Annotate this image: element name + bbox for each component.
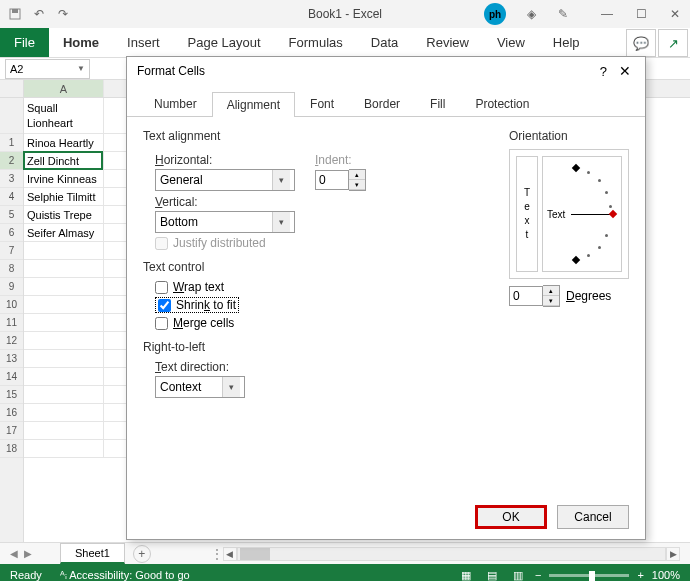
diamond-icon[interactable]: ◈ xyxy=(524,7,538,21)
status-accessibility[interactable]: ᴬᵢ Accessibility: Good to go xyxy=(60,569,190,582)
cell[interactable]: Rinoa Heartly xyxy=(24,134,104,152)
ribbon-tab-pagelayout[interactable]: Page Layout xyxy=(174,28,275,57)
dialog-help-icon[interactable]: ? xyxy=(592,64,615,79)
spin-down-icon[interactable]: ▾ xyxy=(349,180,365,190)
close-window-icon[interactable]: ✕ xyxy=(668,7,682,21)
ribbon-tab-data[interactable]: Data xyxy=(357,28,412,57)
dialog-close-icon[interactable]: ✕ xyxy=(615,63,635,79)
row-header[interactable]: 6 xyxy=(0,224,23,242)
row-header[interactable]: 5 xyxy=(0,206,23,224)
row-header[interactable]: 3 xyxy=(0,170,23,188)
cell[interactable]: Seifer Almasy xyxy=(24,224,104,242)
add-sheet-button[interactable]: + xyxy=(133,545,151,563)
cell[interactable] xyxy=(24,314,104,332)
row-header[interactable]: 4 xyxy=(0,188,23,206)
hscroll-left-icon[interactable]: ◀ xyxy=(223,547,237,561)
wrap-text-checkbox[interactable]: Wrap text xyxy=(155,280,493,294)
cell[interactable] xyxy=(24,422,104,440)
row-header[interactable]: 16 xyxy=(0,404,23,422)
zoom-in-icon[interactable]: + xyxy=(637,569,643,581)
cell[interactable] xyxy=(24,260,104,278)
dialog-titlebar[interactable]: Format Cells ? ✕ xyxy=(127,57,645,85)
tab-font[interactable]: Font xyxy=(295,91,349,116)
shrink-to-fit-checkbox[interactable]: Shrink to fit xyxy=(155,297,239,313)
cancel-button[interactable]: Cancel xyxy=(557,505,629,529)
row-header[interactable]: 14 xyxy=(0,368,23,386)
tab-border[interactable]: Border xyxy=(349,91,415,116)
degrees-spinner[interactable]: ▴▾ xyxy=(509,285,560,307)
tab-fill[interactable]: Fill xyxy=(415,91,460,116)
cell[interactable] xyxy=(24,404,104,422)
cell[interactable]: Quistis Trepe xyxy=(24,206,104,224)
row-header[interactable]: 2 xyxy=(0,152,23,170)
spin-down-icon[interactable]: ▾ xyxy=(543,296,559,306)
cell[interactable]: Squall Lionheart xyxy=(24,98,104,134)
horizontal-combo[interactable]: General ▾ xyxy=(155,169,295,191)
cell[interactable]: Zell Dincht xyxy=(24,152,104,170)
wand-icon[interactable]: ✎ xyxy=(556,7,570,21)
zoom-out-icon[interactable]: − xyxy=(535,569,541,581)
cell[interactable] xyxy=(24,368,104,386)
cell[interactable] xyxy=(24,350,104,368)
ribbon-tab-formulas[interactable]: Formulas xyxy=(275,28,357,57)
merge-cells-checkbox[interactable]: Merge cells xyxy=(155,316,493,330)
cell[interactable]: Selphie Tilmitt xyxy=(24,188,104,206)
view-pagebreak-icon[interactable]: ▥ xyxy=(509,568,527,581)
sheet-tab[interactable]: Sheet1 xyxy=(60,543,125,564)
name-box[interactable]: A2 ▼ xyxy=(5,59,90,79)
cell[interactable] xyxy=(24,386,104,404)
cell[interactable] xyxy=(24,242,104,260)
hscroll-thumb[interactable] xyxy=(240,548,270,560)
name-box-dropdown-icon[interactable]: ▼ xyxy=(77,64,85,73)
sheet-nav-next-icon[interactable]: ▶ xyxy=(24,548,32,559)
vertical-text-button[interactable]: Text xyxy=(516,156,538,272)
row-header[interactable]: 12 xyxy=(0,332,23,350)
indent-value[interactable] xyxy=(315,170,349,190)
hscroll-track[interactable] xyxy=(237,547,666,561)
ribbon-tab-insert[interactable]: Insert xyxy=(113,28,174,57)
ribbon-tab-home[interactable]: Home xyxy=(49,28,113,57)
ribbon-tab-help[interactable]: Help xyxy=(539,28,594,57)
undo-icon[interactable]: ↶ xyxy=(32,7,46,21)
zoom-level[interactable]: 100% xyxy=(652,569,680,581)
row-header[interactable]: 9 xyxy=(0,278,23,296)
comments-button[interactable]: 💬 xyxy=(626,29,656,57)
zoom-slider[interactable] xyxy=(549,574,629,577)
text-direction-combo[interactable]: Context ▾ xyxy=(155,376,245,398)
cell[interactable]: Irvine Kinneas xyxy=(24,170,104,188)
row-header[interactable]: 11 xyxy=(0,314,23,332)
sheet-nav-prev-icon[interactable]: ◀ xyxy=(10,548,18,559)
maximize-icon[interactable]: ☐ xyxy=(634,7,648,21)
chevron-down-icon[interactable]: ▾ xyxy=(272,170,290,190)
ok-button[interactable]: OK xyxy=(475,505,547,529)
view-normal-icon[interactable]: ▦ xyxy=(457,568,475,581)
cell[interactable] xyxy=(24,278,104,296)
ribbon-tab-view[interactable]: View xyxy=(483,28,539,57)
row-header[interactable]: 13 xyxy=(0,350,23,368)
cell[interactable] xyxy=(24,296,104,314)
row-header[interactable]: 7 xyxy=(0,242,23,260)
vertical-combo[interactable]: Bottom ▾ xyxy=(155,211,295,233)
row-header[interactable]: 15 xyxy=(0,386,23,404)
ribbon-tab-review[interactable]: Review xyxy=(412,28,483,57)
redo-icon[interactable]: ↷ xyxy=(56,7,70,21)
row-header[interactable]: 10 xyxy=(0,296,23,314)
row-header[interactable]: 18 xyxy=(0,440,23,458)
tab-protection[interactable]: Protection xyxy=(460,91,544,116)
cell[interactable] xyxy=(24,332,104,350)
tab-number[interactable]: Number xyxy=(139,91,212,116)
indent-spinner[interactable]: ▴▾ xyxy=(315,169,366,191)
chevron-down-icon[interactable]: ▾ xyxy=(272,212,290,232)
share-button[interactable]: ↗ xyxy=(658,29,688,57)
degrees-value[interactable] xyxy=(509,286,543,306)
row-header[interactable] xyxy=(0,98,23,134)
file-tab[interactable]: File xyxy=(0,28,49,57)
row-header[interactable]: 8 xyxy=(0,260,23,278)
orientation-dial[interactable]: Text xyxy=(542,156,622,272)
tab-alignment[interactable]: Alignment xyxy=(212,92,295,117)
autosave-icon[interactable] xyxy=(8,7,22,21)
minimize-icon[interactable]: — xyxy=(600,7,614,21)
row-header[interactable]: 17 xyxy=(0,422,23,440)
chevron-down-icon[interactable]: ▾ xyxy=(222,377,240,397)
row-header[interactable]: 1 xyxy=(0,134,23,152)
